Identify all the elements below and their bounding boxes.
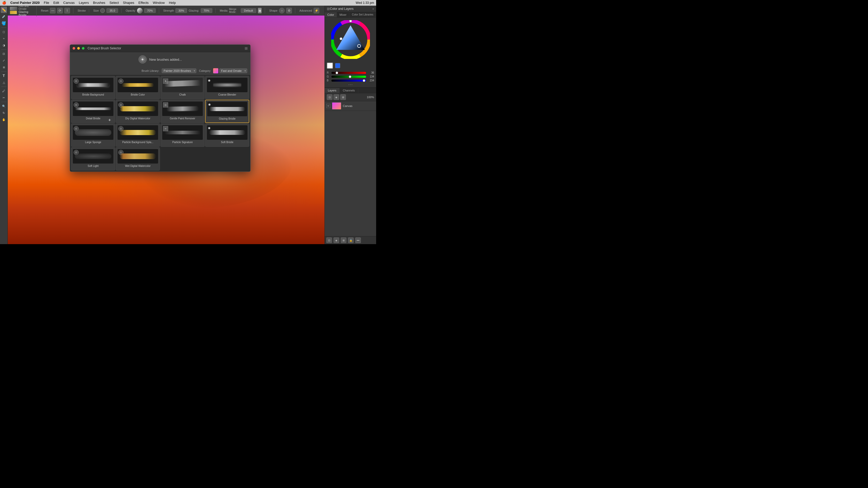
- layer-icon-3[interactable]: ⊞: [340, 94, 346, 100]
- brush-item-detail-bristle[interactable]: ⊡ Detail Bristle: [71, 100, 115, 123]
- brush-preview-detail-bristle: ⊡: [73, 101, 114, 116]
- panel-close-icon[interactable]: ⊠: [327, 7, 330, 11]
- layer-btn-2[interactable]: ◈: [334, 237, 339, 243]
- brush-preview-large-sponge: ⊡: [73, 125, 114, 140]
- layer-btn-1[interactable]: ⊡: [326, 237, 332, 243]
- magnifier-tool[interactable]: 🔍: [1, 103, 7, 109]
- brush-item-chalk[interactable]: ✦ Chalk: [160, 76, 205, 99]
- dropper-tool[interactable]: 💉: [1, 13, 7, 20]
- rotate-tool[interactable]: ↻: [1, 110, 7, 116]
- dialog-titlebar[interactable]: Compact Brush Selector ⊞: [70, 45, 250, 52]
- brush-item-coarse-blender[interactable]: ✸ Coarse Blender: [205, 76, 249, 99]
- category-select[interactable]: Fast and Ornate: [219, 68, 247, 73]
- stroke-btn-1[interactable]: —: [50, 8, 56, 13]
- strength-value[interactable]: 30%: [176, 8, 187, 13]
- red-track[interactable]: [332, 72, 366, 74]
- red-thumb[interactable]: [336, 71, 338, 74]
- brush-item-soft-bristle[interactable]: ✸ Soft Bristle: [205, 123, 249, 147]
- crop-tool[interactable]: ⊞: [1, 64, 7, 70]
- brush-preview-dry-watercolor: ⊡: [118, 101, 158, 116]
- apple-menu[interactable]: 🍎: [2, 1, 6, 5]
- selection-tool[interactable]: ⊡: [1, 51, 7, 57]
- text-tool[interactable]: T: [1, 72, 7, 79]
- layer-btn-4[interactable]: 🔒: [348, 237, 354, 243]
- media-icon[interactable]: ◼: [258, 8, 262, 13]
- brush-name-particle-signature: Particle Signature: [172, 141, 193, 144]
- layer-icon-2[interactable]: ◈: [334, 94, 339, 100]
- tab-layers[interactable]: Layers: [325, 88, 340, 93]
- paint-bucket-tool[interactable]: 🪣: [1, 20, 7, 26]
- tab-color-set[interactable]: Color Set Libraries: [349, 12, 376, 17]
- expand-icon[interactable]: ⊞: [245, 46, 248, 50]
- smear-tool[interactable]: ≈: [1, 35, 7, 41]
- blue-thumb[interactable]: [363, 79, 365, 82]
- layer-visibility-toggle[interactable]: 👁: [326, 104, 331, 108]
- dodge-tool[interactable]: ◑: [1, 42, 7, 48]
- color-wheel[interactable]: [331, 20, 370, 59]
- minimize-button[interactable]: [77, 47, 80, 50]
- glazing-value[interactable]: 70%: [201, 8, 212, 13]
- brush-item-particle-signature[interactable]: ∞ Particle Signature: [160, 123, 205, 147]
- menu-layers[interactable]: Layers: [79, 1, 89, 5]
- green-thumb[interactable]: [349, 75, 351, 78]
- brush-preview-wet-watercolor: ⊡: [118, 149, 158, 163]
- menu-shapes[interactable]: Shapes: [123, 1, 134, 5]
- layer-icon-1[interactable]: ⊡: [327, 94, 333, 100]
- opacity-value[interactable]: 70%: [144, 8, 156, 13]
- layers-opacity: 100%: [367, 96, 374, 99]
- menu-window[interactable]: Window: [153, 1, 164, 5]
- shape-gear[interactable]: ⚙: [286, 8, 292, 13]
- opacity-label: Opacity: [126, 9, 135, 12]
- brush-name-soft-light: Soft Light: [88, 164, 98, 167]
- transform-tool[interactable]: ⤢: [1, 57, 7, 64]
- foreground-color-swatch[interactable]: [327, 63, 333, 69]
- tab-mixer[interactable]: Mixer: [337, 12, 349, 17]
- brush-item-glazing-bristle[interactable]: ✸ Glazing Bristle: [205, 100, 249, 123]
- menu-select[interactable]: Select: [110, 1, 119, 5]
- tab-channels[interactable]: Channels: [340, 88, 358, 93]
- brush-name-detail-bristle: Detail Bristle: [86, 117, 100, 120]
- layer-btn-5[interactable]: •••: [355, 237, 361, 243]
- eraser-tool[interactable]: ◻: [1, 29, 7, 35]
- menu-effects[interactable]: Effects: [138, 1, 149, 5]
- library-select-wrapper[interactable]: Painter 2020 Brushes: [162, 68, 196, 73]
- brush-item-bristle-color[interactable]: ⊡ Bristle Color: [116, 76, 160, 99]
- maximize-button[interactable]: [82, 47, 85, 50]
- green-track[interactable]: [332, 76, 366, 78]
- panel-menu-icon[interactable]: ≡: [373, 7, 374, 10]
- merge-mode-value[interactable]: Default: [241, 8, 256, 13]
- stroke-btn-2[interactable]: ⟳: [57, 8, 63, 13]
- clone-tool[interactable]: ✂: [1, 95, 7, 101]
- menu-help[interactable]: Help: [169, 1, 176, 5]
- blue-track[interactable]: [332, 80, 366, 82]
- advanced-icon[interactable]: ⚡: [314, 8, 319, 13]
- brush-item-gentle-paint-remover[interactable]: ◎ Gentle Paint Remover: [160, 100, 205, 123]
- hand-tool[interactable]: ✋: [1, 117, 7, 123]
- menu-edit[interactable]: Edit: [53, 1, 59, 5]
- brush-item-dry-watercolor[interactable]: ⊡ Dry Digital Watercolor: [116, 100, 160, 123]
- shape-tool[interactable]: △: [1, 79, 7, 86]
- brush-preview-soft-light: ⊡: [73, 149, 114, 163]
- menu-canvas[interactable]: Canvas: [63, 1, 75, 5]
- brush-item-wet-watercolor[interactable]: ⊡ Wet Digital Watercolor: [116, 147, 160, 171]
- glazing-label: Glazing:: [189, 9, 199, 12]
- library-select[interactable]: Painter 2020 Brushes: [162, 68, 196, 73]
- brush-item-large-sponge[interactable]: ⊡ Large Sponge: [71, 123, 115, 147]
- time-display: Wed 1:33 pm: [356, 1, 374, 5]
- background-color-swatch[interactable]: [335, 63, 340, 68]
- category-select-wrapper[interactable]: Fast and Ornate: [219, 68, 247, 73]
- layer-item-canvas[interactable]: 👁 Canvas: [325, 101, 376, 111]
- brush-item-soft-light[interactable]: ⊡ Soft Light: [71, 147, 115, 171]
- brush-item-bristle-background[interactable]: ⊡ Bristle Background: [71, 76, 115, 99]
- stroke-btn-3[interactable]: ⌇: [64, 8, 70, 13]
- layer-btn-3[interactable]: ⊞: [341, 237, 346, 243]
- size-value[interactable]: 35.0: [106, 8, 118, 13]
- brush-item-particle-bg-splash[interactable]: ⊡ Particle Background Spla...: [116, 123, 160, 147]
- close-button[interactable]: [72, 47, 75, 50]
- menu-file[interactable]: File: [44, 1, 49, 5]
- pen-tool[interactable]: 🖊: [1, 88, 7, 94]
- brush-tool[interactable]: ✏️: [1, 7, 7, 13]
- shape-circle[interactable]: ○: [279, 8, 285, 13]
- tab-color[interactable]: Color: [325, 12, 337, 17]
- menu-brushes[interactable]: Brushes: [93, 1, 105, 5]
